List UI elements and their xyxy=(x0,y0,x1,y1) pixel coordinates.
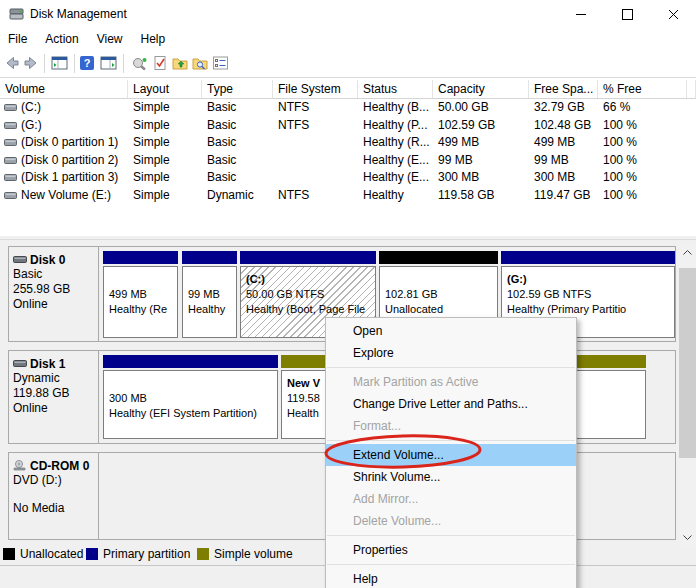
table-row[interactable]: (Disk 0 partition 2) SimpleBasicHealthy … xyxy=(0,152,696,170)
disk0-status: Online xyxy=(13,297,98,312)
back-icon[interactable] xyxy=(4,55,22,72)
console-tree-icon[interactable] xyxy=(51,55,69,72)
toolbar-separator xyxy=(74,54,75,73)
volume-list: (C:) SimpleBasicNTFSHealthy (B...50.00 G… xyxy=(0,99,696,204)
legend-item-primary: Primary partition xyxy=(86,546,190,562)
primary-partition-swatch xyxy=(86,548,98,560)
cdrom-status: No Media xyxy=(13,501,98,516)
cdrom-icon xyxy=(13,460,27,471)
unallocated-swatch xyxy=(3,548,15,560)
svg-text:?: ? xyxy=(84,57,91,69)
table-row[interactable]: New Volume (E:) SimpleDynamicNTFSHealthy… xyxy=(0,187,696,205)
menu-separator xyxy=(327,564,575,565)
folder-search-icon[interactable] xyxy=(192,55,210,72)
menu-item-mark-partition-active: Mark Partition as Active xyxy=(326,371,576,393)
column-header-capacity[interactable]: Capacity xyxy=(433,80,529,98)
menu-item-delete-volume: Delete Volume... xyxy=(326,510,576,532)
legend-item-unallocated: Unallocated xyxy=(3,546,83,562)
column-header-type[interactable]: Type xyxy=(202,80,273,98)
scroll-up-button[interactable] xyxy=(679,244,696,261)
cdrom-label-panel[interactable]: CD-ROM 0 DVD (D:) No Media xyxy=(9,453,99,539)
partition-color-bar xyxy=(379,251,498,264)
disk-icon xyxy=(13,255,27,264)
toolbar: ? xyxy=(0,50,696,78)
column-header-filesystem[interactable]: File System xyxy=(273,80,358,98)
disk1-partition-1[interactable]: 300 MBHealthy (EFI System Partition) xyxy=(103,355,278,439)
column-header-status[interactable]: Status xyxy=(358,80,433,98)
menu-item-shrink-volume[interactable]: Shrink Volume... xyxy=(326,466,576,488)
scroll-down-button[interactable] xyxy=(679,529,696,546)
vertical-scrollbar[interactable] xyxy=(679,244,696,546)
menu-item-help[interactable]: Help xyxy=(326,568,576,588)
disk0-size: 255.98 GB xyxy=(13,282,98,297)
disk1-name: Disk 1 xyxy=(30,357,65,371)
menu-item-open[interactable]: Open xyxy=(326,320,576,342)
disk1-size: 119.88 GB xyxy=(13,386,98,401)
menu-separator xyxy=(327,535,575,536)
menu-item-extend-volume[interactable]: Extend Volume... xyxy=(326,444,576,466)
maximize-button[interactable] xyxy=(604,0,650,28)
cdrom-drive-letter: DVD (D:) xyxy=(13,473,98,488)
app-icon xyxy=(9,7,24,24)
table-row[interactable]: (G:) SimpleBasicNTFSHealthy (P...102.59 … xyxy=(0,117,696,135)
cdrom-name: CD-ROM 0 xyxy=(30,459,89,473)
menu-file[interactable]: File xyxy=(0,28,36,50)
disk0-label-panel[interactable]: Disk 0 Basic 255.98 GB Online xyxy=(9,247,99,341)
action-pane-icon[interactable] xyxy=(100,55,118,72)
partition-color-bar xyxy=(501,251,675,264)
close-icon xyxy=(668,9,679,20)
close-button[interactable] xyxy=(650,0,696,28)
table-row[interactable]: (Disk 0 partition 1) SimpleBasicHealthy … xyxy=(0,134,696,152)
splitter[interactable] xyxy=(0,239,696,240)
disk0-partition-1[interactable]: 499 MBHealthy (Re xyxy=(103,251,178,338)
list-properties-icon[interactable] xyxy=(212,55,230,72)
column-header-pctfree[interactable]: % Free xyxy=(598,80,687,98)
menu-item-add-mirror: Add Mirror... xyxy=(326,488,576,510)
disk0-partition-2[interactable]: 99 MBHealthy xyxy=(182,251,237,338)
menu-separator xyxy=(327,367,575,368)
disk1-label-panel[interactable]: Disk 1 Dynamic 119.88 GB Online xyxy=(9,351,99,443)
menu-item-explore[interactable]: Explore xyxy=(326,342,576,364)
minimize-button[interactable] xyxy=(558,0,604,28)
volume-icon xyxy=(4,103,17,112)
disk1-status: Online xyxy=(13,401,98,416)
disk-management-window: Disk Management File Action View Help ? xyxy=(0,0,696,588)
menu-item-change-drive-letter[interactable]: Change Drive Letter and Paths... xyxy=(326,393,576,415)
context-menu: Open Explore Mark Partition as Active Ch… xyxy=(325,317,577,588)
menu-help[interactable]: Help xyxy=(132,28,175,50)
table-row[interactable]: (C:) SimpleBasicNTFSHealthy (B...50.00 G… xyxy=(0,99,696,117)
menu-item-format: Format... xyxy=(326,415,576,437)
menu-bar: File Action View Help xyxy=(0,28,696,50)
column-header-volume[interactable]: Volume xyxy=(0,80,128,98)
volume-icon xyxy=(4,191,17,200)
window-title: Disk Management xyxy=(30,0,127,28)
check-page-icon[interactable] xyxy=(152,55,170,72)
volume-table-header: Volume Layout Type File System Status Ca… xyxy=(0,80,696,99)
column-header-filler xyxy=(687,80,696,98)
table-row[interactable]: (Disk 1 partition 3) SimpleBasicHealthy … xyxy=(0,169,696,187)
disk0-name: Disk 0 xyxy=(30,253,65,267)
menu-action[interactable]: Action xyxy=(36,28,87,50)
partition-color-bar xyxy=(240,251,376,264)
console-icon[interactable] xyxy=(131,55,149,72)
scrollbar-thumb[interactable] xyxy=(679,268,696,458)
disk1-type: Dynamic xyxy=(13,371,98,386)
chevron-down-icon xyxy=(683,535,692,540)
column-header-freespace[interactable]: Free Spa... xyxy=(529,80,598,98)
menu-view[interactable]: View xyxy=(88,28,132,50)
legend-item-simple: Simple volume xyxy=(197,546,293,562)
volume-icon xyxy=(4,173,17,182)
folder-up-icon[interactable] xyxy=(172,55,190,72)
help-icon[interactable]: ? xyxy=(79,55,97,72)
toolbar-separator xyxy=(44,54,45,73)
toolbar-separator xyxy=(123,54,124,73)
disk-icon xyxy=(13,359,27,368)
minimize-icon xyxy=(576,14,586,15)
partition-color-bar xyxy=(182,251,237,264)
volume-icon xyxy=(4,156,17,165)
volume-icon xyxy=(4,138,17,147)
column-header-layout[interactable]: Layout xyxy=(128,80,202,98)
forward-icon[interactable] xyxy=(23,55,41,72)
partition-color-bar xyxy=(103,355,278,368)
menu-item-properties[interactable]: Properties xyxy=(326,539,576,561)
